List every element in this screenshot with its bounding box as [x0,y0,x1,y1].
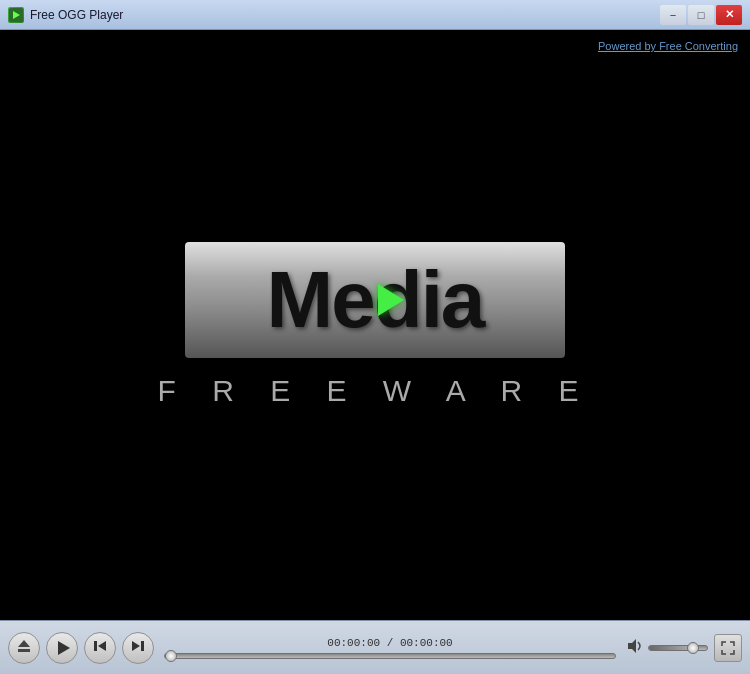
svg-marker-5 [98,641,106,651]
svg-marker-8 [628,639,636,653]
play-button[interactable] [46,632,78,664]
fullscreen-button[interactable] [714,634,742,662]
seek-bar[interactable] [164,653,616,659]
title-bar: Free OGG Player − □ ✕ [0,0,750,30]
volume-fill [649,646,690,650]
eject-button[interactable] [8,632,40,664]
logo-container: Me d ia F r e e w a r e [157,242,592,408]
fullscreen-icon [721,641,735,655]
media-text-part2: ia [421,260,484,340]
svg-rect-6 [141,641,144,651]
svg-rect-3 [18,649,30,652]
app-icon [8,7,24,23]
window-title: Free OGG Player [30,8,123,22]
close-button[interactable]: ✕ [716,5,742,25]
svg-marker-2 [18,640,30,647]
media-text-part1: Me [267,260,374,340]
volume-track[interactable] [648,645,708,651]
time-display: 00:00:00 / 00:00:00 [164,637,616,649]
window-controls: − □ ✕ [660,5,742,25]
next-button[interactable] [122,632,154,664]
play-icon [58,641,70,655]
maximize-button[interactable]: □ [688,5,714,25]
title-bar-left: Free OGG Player [8,7,123,23]
media-logo-text: Me d ia [267,260,484,340]
powered-by-link[interactable]: Powered by Free Converting [598,40,738,52]
video-area: Powered by Free Converting Me d ia F r e… [0,30,750,620]
volume-thumb[interactable] [687,642,699,654]
play-triangle-icon [378,284,404,316]
svg-rect-4 [94,641,97,651]
prev-icon [93,639,107,656]
seek-thumb[interactable] [165,650,177,662]
media-badge: Me d ia [185,242,565,358]
eject-icon [17,639,31,656]
next-icon [131,639,145,656]
prev-button[interactable] [84,632,116,664]
controls-bar: 00:00:00 / 00:00:00 [0,620,750,674]
volume-area [626,637,708,658]
minimize-button[interactable]: − [660,5,686,25]
freeware-text: F r e e w a r e [157,374,592,408]
volume-icon[interactable] [626,637,644,658]
svg-marker-7 [132,641,140,651]
seek-area: 00:00:00 / 00:00:00 [160,637,620,659]
